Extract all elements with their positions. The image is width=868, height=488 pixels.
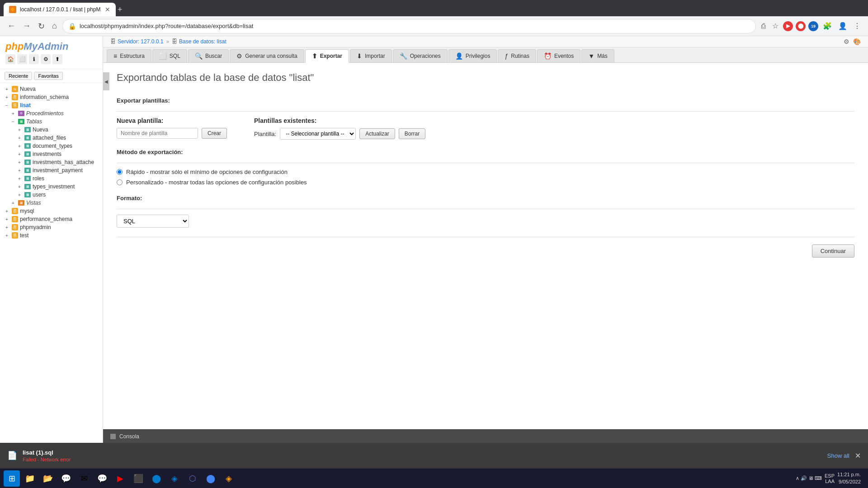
template-name-input[interactable] xyxy=(117,128,198,139)
expander-icon: + xyxy=(10,110,16,117)
radio-custom-row: Personalizado - mostrar todas las opcion… xyxy=(117,179,854,186)
tab-generar[interactable]: ⚙ Generar una consulta xyxy=(230,49,304,62)
taskbar-vscode2[interactable]: ◈ xyxy=(166,470,183,487)
sidebar-item-nueva-top[interactable]: + N Nueva xyxy=(0,85,103,93)
continuar-button[interactable]: Continuar xyxy=(812,244,854,258)
breadcrumb-separator: » xyxy=(166,38,169,45)
extensions-icon[interactable]: 🧩 xyxy=(821,20,834,32)
breadcrumb-db[interactable]: 🗄 Base de datos: lisat xyxy=(172,38,226,45)
favorites-button[interactable]: Favoritas xyxy=(34,72,62,80)
sidebar-item-lisat[interactable]: − 🗄 lisat xyxy=(0,101,103,109)
breadcrumb-server-link[interactable]: Servidor: 127.0.0.1 xyxy=(118,38,163,45)
lock-icon: 🔒 xyxy=(68,23,76,30)
nav-back-button[interactable]: ← xyxy=(5,19,17,33)
sidebar-item-test[interactable]: + 🗄 test xyxy=(0,231,103,239)
taskbar-files[interactable]: 📂 xyxy=(40,470,56,487)
sidebar-item-mysql[interactable]: + 🗄 mysql xyxy=(0,207,103,215)
taskbar-youtube[interactable]: ▶ xyxy=(112,470,128,487)
settings-theme-icon[interactable]: 🎨 xyxy=(853,38,861,45)
db-icon: 🗄 xyxy=(172,38,177,45)
table-icon: ▦ xyxy=(24,176,31,181)
actualizar-button[interactable]: Actualizar xyxy=(359,128,395,139)
new-tab-button[interactable]: + xyxy=(118,5,123,14)
table-icon: ▦ xyxy=(24,184,31,189)
start-button[interactable]: ⊞ xyxy=(4,470,20,487)
nav-forward-button[interactable]: → xyxy=(21,19,33,33)
console-label[interactable]: Consola xyxy=(119,433,139,440)
console-bar: Consola xyxy=(103,429,868,443)
extension-icon-1[interactable]: ▶ xyxy=(783,21,793,31)
sidebar-item-tablas[interactable]: − ▦ Tablas xyxy=(0,117,103,126)
taskbar-messages[interactable]: 💬 xyxy=(58,470,74,487)
sidebar-item-information-schema[interactable]: + 🗄 information_schema xyxy=(0,93,103,101)
tab-privilegios[interactable]: 👤 Privilegios xyxy=(448,49,497,62)
sidebar-item-document-types[interactable]: + ▦ document_types xyxy=(0,142,103,150)
sidebar-item-phpmyadmin[interactable]: + 🗄 phpmyadmin xyxy=(0,223,103,231)
menu-icon[interactable]: ⋮ xyxy=(852,20,863,32)
nav-home-button[interactable]: ⌂ xyxy=(50,19,59,33)
pma-home-icon[interactable]: 🏠 xyxy=(5,54,15,64)
sidebar-toggle[interactable]: ◀ xyxy=(103,72,109,90)
taskbar-vscode[interactable]: ⬤ xyxy=(148,470,165,487)
nav-refresh-button[interactable]: ↻ xyxy=(36,19,47,33)
taskbar-sublime[interactable]: ◈ xyxy=(221,470,237,487)
tab-operaciones[interactable]: 🔧 Operaciones xyxy=(393,49,448,62)
tab-eventos[interactable]: ⏰ Eventos xyxy=(537,49,580,62)
sidebar-item-procedimientos[interactable]: + ⚙ Procedimientos xyxy=(0,109,103,117)
tab-buscar[interactable]: 🔍 Buscar xyxy=(188,49,229,62)
breadcrumb-server[interactable]: 🗄 Servidor: 127.0.0.1 xyxy=(110,38,163,45)
share-icon[interactable]: ⎙ xyxy=(760,20,768,32)
plantilla-select[interactable]: -- Seleccionar plantilla -- xyxy=(280,128,356,140)
sidebar-item-label: document_types xyxy=(33,143,72,149)
sidebar-item-investments[interactable]: + ▦ investments xyxy=(0,150,103,158)
taskbar-terminal[interactable]: ⬛ xyxy=(130,470,146,487)
content-area: Exportando tablas de la base de datos "l… xyxy=(103,63,868,429)
tab-importar[interactable]: ⬇ Importar xyxy=(350,49,392,62)
borrar-button[interactable]: Borrar xyxy=(399,128,425,139)
extension-icon-2[interactable]: ⬤ xyxy=(796,21,806,31)
pma-icon-bar: 🏠 ⬜ ℹ ⚙ ⬆ xyxy=(5,54,97,64)
radio-custom[interactable] xyxy=(117,179,123,185)
tab-exportar[interactable]: ⬆ Exportar xyxy=(305,49,349,63)
taskbar-chrome[interactable]: ⬤ xyxy=(203,470,219,487)
sidebar-item-types-investment[interactable]: + ▦ types_investment xyxy=(0,183,103,191)
sidebar-item-investment-payment[interactable]: + ▦ investment_payment xyxy=(0,166,103,174)
settings-gear-icon[interactable]: ⚙ xyxy=(844,38,849,45)
pma-status-icon[interactable]: ℹ xyxy=(29,54,39,64)
tab-estructura[interactable]: ≡ Estructura xyxy=(107,49,151,62)
taskbar-explorer[interactable]: 📁 xyxy=(22,470,38,487)
star-icon[interactable]: ☆ xyxy=(770,20,780,32)
recent-button[interactable]: Reciente xyxy=(5,72,32,80)
pma-sql-icon[interactable]: ⬜ xyxy=(17,54,27,64)
taskbar-mail[interactable]: ✉ xyxy=(76,470,92,487)
tab-close-button[interactable]: ✕ xyxy=(105,6,110,13)
sidebar-item-attached-files[interactable]: + ▦ attached_files xyxy=(0,134,103,142)
pma-exit-icon[interactable]: ⬆ xyxy=(52,54,62,64)
expander-icon: + xyxy=(4,208,10,214)
pma-logo: phpMyAdmin 🏠 ⬜ ℹ ⚙ ⬆ xyxy=(0,36,103,69)
sidebar-item-users[interactable]: + ▦ users xyxy=(0,191,103,199)
db-icon: N xyxy=(12,86,18,92)
crear-button[interactable]: Crear xyxy=(202,128,227,139)
tab-sql[interactable]: ⬜ SQL xyxy=(152,49,187,62)
download-close-button[interactable]: ✕ xyxy=(855,451,861,460)
sidebar-item-roles[interactable]: + ▦ roles xyxy=(0,174,103,183)
tab-mas[interactable]: ▼ Más xyxy=(581,49,614,62)
taskbar-unknown[interactable]: ⬡ xyxy=(184,470,201,487)
show-all-link[interactable]: Show all xyxy=(827,452,849,459)
sidebar-item-investments-has-attache[interactable]: + ▦ investments_has_attache xyxy=(0,158,103,166)
sidebar-item-nueva-table[interactable]: + ▦ Nueva xyxy=(0,126,103,134)
tab-rutinas[interactable]: ƒ Rutinas xyxy=(498,49,536,62)
taskbar-whatsapp[interactable]: 💬 xyxy=(94,470,110,487)
pma-settings-icon[interactable]: ⚙ xyxy=(41,54,51,64)
sidebar-item-performance-schema[interactable]: + 🗄 performance_schema xyxy=(0,215,103,223)
browser-tab[interactable]: 🔶 localhost / 127.0.0.1 / lisat | phpM..… xyxy=(4,3,116,16)
extension-icon-3[interactable]: 19 xyxy=(808,21,818,31)
profile-icon[interactable]: 👤 xyxy=(836,20,849,32)
sidebar-item-vistas[interactable]: + ▦ Vistas xyxy=(0,199,103,207)
address-bar[interactable]: 🔒 localhost/phpmyadmin/index.php?route=/… xyxy=(62,19,756,33)
breadcrumb-db-link[interactable]: Base de datos: lisat xyxy=(179,38,226,45)
radio-fast[interactable] xyxy=(117,169,123,175)
format-select[interactable]: SQL CSV JSON XML xyxy=(117,215,189,228)
sidebar-item-label: mysql xyxy=(20,208,34,214)
